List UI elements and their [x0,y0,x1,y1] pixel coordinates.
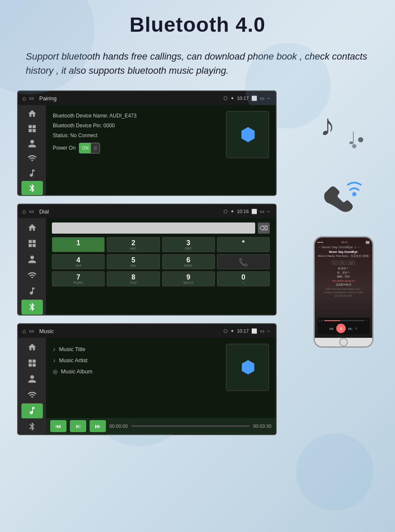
person-icon: ♪ [53,355,56,366]
next-btn[interactable]: ⏭ [90,420,106,432]
phone-carrier: ●●●● [317,241,324,243]
phone-battery-display: ▓▓ [366,241,370,243]
music-controls: ⏮ ⏯ ⏭ 00:00:00 00:03:30 [46,418,276,434]
dial-btn-4[interactable]: 4 GHI [52,254,105,269]
music-info: ♪ Music Title ♪ Music Artist ◎ Music Alb… [53,344,93,391]
dial-main: ⌫ 1 2 ABC 3 DEF [46,218,276,315]
dial-sidebar-music[interactable] [21,284,43,299]
dial-btn-5[interactable]: 5 JKL [107,254,160,269]
dial-btn-7[interactable]: 7 PQRS [52,271,105,286]
phone-controls-bar: ⟨ ⑅ ♡ ⏮ ⏸ ⏭ ≡ [317,318,370,334]
dial-time: 10:16 [237,209,249,214]
music-artist-text: Music Artist [59,355,87,366]
play-btn[interactable]: ⏯ [70,420,86,432]
dial-btn-6[interactable]: 6 MNO [162,254,215,269]
music-title: Music [39,328,54,334]
sidebar-music[interactable] [21,166,43,180]
music-main: ♪ Music Title ♪ Music Artist ◎ Music Alb… [46,338,276,434]
dial-sidebar-person[interactable] [21,252,43,267]
music-note-icon: ♪ [53,344,56,355]
power-off: ||| [91,143,100,153]
lyric-1: 如·安好？ [317,267,370,271]
phone-song-artist: Mario & Nardo, Park Soon... 宝宝生活 (合辑) [317,254,370,258]
phone-volume: ≡ [355,327,357,331]
music-bt-logo: ⬢ [226,344,269,391]
sidebar-home[interactable] [21,107,43,121]
lyric-7: 你还好吗 你还在吗 [317,294,370,298]
music-sidebar-home[interactable] [21,340,43,355]
music-sidebar-bt[interactable] [21,419,43,434]
progress-bar[interactable] [131,425,250,427]
music-header-right: ⬡ ✦ 10:17 ⬜ ▭ ← [223,328,271,334]
dial-btn-2[interactable]: 2 ABC [107,237,160,252]
dial-title: Dial [39,208,48,215]
dial-sidebar-grid[interactable] [21,236,43,251]
phone-home-button[interactable] [339,338,348,346]
dial-sidebar [18,218,46,315]
lyric-5: 2006 mario and nardo original song... [317,287,370,291]
home-icon: ⌂ [22,95,26,102]
cast-icon: ⬡ [223,96,228,101]
pairing-main: Bluetooth Device Name: AUDI_E473 Bluetoo… [46,105,276,195]
disc-icon: ◎ [53,366,57,377]
sidebar-person[interactable] [21,136,43,150]
sidebar-wifi[interactable] [21,151,43,165]
phone-wifi-decoration [316,168,371,219]
dial-home-icon: ⌂ [22,208,26,215]
music-sidebar-music[interactable] [21,403,43,418]
music-screen: ⌂ ▭ Music ⬡ ✦ 10:17 ⬜ ▭ ← [17,323,277,435]
dial-btn-star[interactable]: * [217,237,270,252]
lyric-6: 已经那么久没有联系你了 宝宝生活 (合辑) [317,291,370,294]
dial-btn-8[interactable]: 8 TUV [107,271,160,286]
sidebar-grid[interactable] [21,122,43,136]
music-time: 10:17 [237,328,249,334]
dial-header: ⌂ ▭ Dial ⬡ ✦ 10:16 ⬜ ▭ ← [18,204,276,218]
phone-play-btn: ⏸ [336,324,346,333]
lyric-2: 你，安好？ [317,271,370,275]
music-sidebar-wifi[interactable] [21,388,43,403]
power-on: ON [79,143,91,153]
current-time: 00:00:00 [109,424,128,429]
screens-column: ⌂ ▭ Pairing ⬡ ✦ 10:17 ⬜ ▭ ← [17,90,300,435]
dial-body: ⌫ 1 2 ABC 3 DEF [18,218,276,315]
dial-input-field[interactable] [52,222,255,234]
music-folder-icon: ▭ [29,328,34,334]
dial-btn-9[interactable]: 9 WXYZ [162,271,215,286]
music-bt-icon: ✦ [230,328,234,334]
svg-point-2 [358,137,363,142]
music-sidebar-grid[interactable] [21,355,43,370]
pairing-header: ⌂ ▭ Pairing ⬡ ✦ 10:17 ⬜ ▭ ← [18,91,276,105]
icons-column: ♪ ♩ ●●●● 10:1 [309,90,378,435]
music-signal-icon: ⬜ [251,328,257,334]
dial-sidebar-bt[interactable] [21,300,43,315]
dial-btn-0[interactable]: 0 + [217,271,270,286]
music-notes-svg: ♪ ♩ [316,103,371,150]
phone-wifi-svg [316,168,371,219]
call-btn[interactable]: 📞 [217,254,270,269]
dial-sidebar-wifi[interactable] [21,268,43,283]
bt-icon: ✦ [230,96,234,101]
music-body: ♪ Music Title ♪ Music Artist ◎ Music Alb… [18,338,276,434]
lyric-3: 编辑：安好 [317,275,370,279]
music-album-text: Music Album [61,366,93,377]
music-notes-decoration: ♪ ♩ [316,103,371,150]
pairing-sidebar [18,105,46,195]
prev-btn[interactable]: ⏮ [50,420,66,432]
svg-point-4 [352,192,356,196]
dial-btn-3[interactable]: 3 DEF [162,237,215,252]
music-bt-symbol: ⬢ [241,358,255,377]
dial-screen: ⌂ ▭ Dial ⬡ ✦ 10:16 ⬜ ▭ ← [17,204,277,316]
backspace-btn[interactable]: ⌫ [258,222,270,234]
sidebar-bt[interactable] [21,181,43,195]
dial-btn-1[interactable]: 1 [52,237,105,252]
dial-sidebar-home[interactable] [21,220,43,235]
music-content: ♪ Music Title ♪ Music Artist ◎ Music Alb… [53,344,269,391]
music-sidebar-person[interactable] [21,371,43,386]
smartphone-mockup: ●●●● 10:17 ▓▓ ← Never Say GoodBye ♫ ⋯ Ne… [314,236,374,348]
dial-signal-icon: ⬜ [251,209,257,214]
dial-num-1: 1 [54,240,103,246]
music-home-icon: ⌂ [22,328,26,334]
lyric-active: Yea what's going on [317,279,370,283]
phone-time-display: 10:17 [341,241,348,243]
power-toggle[interactable]: ON ||| [79,143,100,153]
